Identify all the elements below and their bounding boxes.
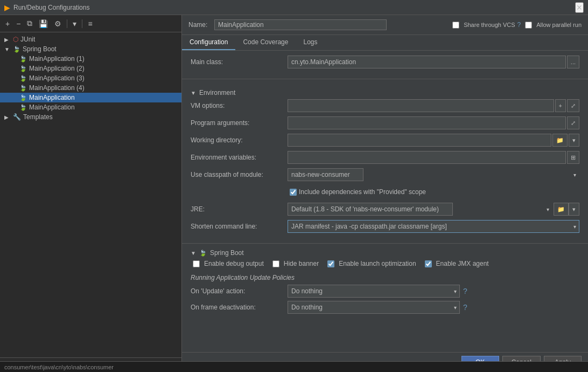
tab-code-coverage[interactable]: Code Coverage [235, 35, 296, 50]
working-dir-input[interactable] [288, 134, 551, 147]
frame-deactivation-select[interactable]: Do nothingUpdate resourcesUpdate classes… [288, 301, 460, 314]
tree-item-main1[interactable]: 🍃 MainApplication (1) [0, 54, 181, 64]
tabs: Configuration Code Coverage Logs [182, 35, 588, 51]
main-class-browse-button[interactable]: ... [567, 56, 579, 68]
tree-item-main2[interactable]: 🍃 MainApplication (2) [0, 64, 181, 73]
vm-options-add-button[interactable]: + [555, 99, 566, 112]
include-dep-checkbox[interactable] [290, 189, 297, 196]
hide-banner-label: Hide banner [284, 260, 319, 267]
program-args-input[interactable] [288, 116, 566, 129]
tab-logs[interactable]: Logs [296, 35, 325, 50]
program-args-expand-button[interactable]: ⤢ [567, 116, 579, 129]
name-label: Name: [188, 21, 210, 29]
frame-deactivation-help-icon[interactable]: ? [463, 303, 467, 312]
classpath-select[interactable]: nabs-new-consumer [288, 168, 363, 181]
enable-jmx-checkbox[interactable] [425, 260, 432, 267]
main1-label: MainApplication (1) [29, 55, 85, 63]
jre-dropdown-button[interactable]: ▾ [569, 203, 579, 216]
classpath-row: Use classpath of module: nabs-new-consum… [191, 168, 579, 182]
status-text: consumer\test\java\cn\yto\nabs\consumer [4, 364, 114, 370]
templates-arrow: ▶ [4, 114, 11, 120]
env-vars-input[interactable] [288, 151, 566, 164]
vm-options-input[interactable] [288, 99, 554, 112]
enable-debug-checkbox[interactable] [193, 260, 200, 267]
tree-item-templates[interactable]: ▶ 🔧 Templates [0, 112, 181, 122]
vm-options-group: + ⤢ [288, 99, 579, 112]
name-input[interactable] [214, 19, 387, 30]
environment-header[interactable]: ▼ Environment [191, 86, 579, 99]
main-unnamed-label: MainApplication [29, 104, 75, 111]
shorten-cmd-row: Shorten command line: JAR manifest - jav… [191, 219, 579, 233]
working-dir-dropdown-button[interactable]: ▾ [569, 134, 579, 147]
share-vcs-group: Share through VCS ? [452, 21, 521, 29]
frame-deactivation-select-wrapper: Do nothingUpdate resourcesUpdate classes… [288, 301, 460, 314]
vm-options-expand-button[interactable]: ⤢ [567, 99, 579, 112]
spring-boot-config-icon: 🍃 [199, 250, 207, 257]
main2-icon: 🍃 [19, 65, 27, 72]
tree-item-junit[interactable]: ▶ ⬡ JUnit [0, 35, 181, 44]
main4-label: MainApplication (4) [29, 84, 85, 92]
main-label: MainApplication [29, 94, 75, 101]
tree-item-main-unnamed[interactable]: 🍃 MainApplication [0, 102, 181, 112]
save-button[interactable]: 💾 [37, 18, 50, 29]
spring-boot-checkboxes: Enable debug output Hide banner Enable l… [191, 260, 579, 267]
hide-banner-checkbox[interactable] [272, 260, 279, 267]
settings-button[interactable]: ⚙ [52, 18, 64, 29]
add-button[interactable]: + [3, 18, 12, 29]
templates-label: Templates [23, 113, 53, 121]
tab-configuration[interactable]: Configuration [182, 35, 235, 50]
env-vars-browse-button[interactable]: ⊞ [567, 151, 579, 164]
status-bar: consumer\test\java\cn\yto\nabs\consumer [0, 361, 588, 372]
close-button[interactable]: ✕ [575, 2, 584, 13]
program-args-group: ⤢ [288, 116, 579, 129]
environment-arrow: ▼ [191, 90, 196, 96]
update-policies-title: Running Application Update Policies [191, 274, 579, 281]
jre-select-wrapper: Default (1.8 - SDK of 'nabs-new-consumer… [288, 203, 552, 216]
main3-icon: 🍃 [19, 75, 27, 82]
tree-area: ▶ ⬡ JUnit ▼ 🍃 Spring Boot 🍃 MainApplicat… [0, 32, 181, 357]
spring-boot-config-label: Spring Boot [210, 249, 244, 257]
working-dir-browse-button[interactable]: 📁 [552, 134, 568, 147]
working-dir-group: 📁 ▾ [288, 134, 579, 147]
main-unnamed-icon: 🍃 [19, 104, 27, 111]
name-options: Share through VCS ? Allow parallel run [452, 21, 582, 29]
update-action-label: On 'Update' action: [191, 287, 288, 295]
toolbar: + − ⧉ 💾 ⚙ ▾ ≡ [0, 15, 181, 32]
enable-jmx-label: Enable JMX agent [436, 260, 489, 267]
frame-deactivation-row: On frame deactivation: Do nothingUpdate … [191, 301, 579, 314]
jre-select[interactable]: Default (1.8 - SDK of 'nabs-new-consumer… [288, 203, 453, 216]
env-vars-label: Environment variables: [191, 154, 288, 161]
jre-browse-button[interactable]: 📁 [554, 203, 569, 216]
tree-item-main[interactable]: 🍃 MainApplication [0, 93, 181, 102]
shorten-cmd-select[interactable]: JAR manifest - java -cp classpath.jar cl… [288, 220, 579, 233]
update-action-select[interactable]: Do nothingUpdate resourcesUpdate classes… [288, 285, 460, 298]
main-class-input[interactable] [288, 56, 566, 68]
config-panel: Main class: ... ▼ Environment VM options… [182, 51, 588, 352]
update-action-row: On 'Update' action: Do nothingUpdate res… [191, 285, 579, 298]
copy-button[interactable]: ⧉ [25, 18, 34, 29]
sort-button[interactable]: ≡ [86, 18, 94, 29]
include-dep-row: Include dependencies with "Provided" sco… [191, 185, 579, 199]
include-dep-label: Include dependencies with "Provided" sco… [299, 188, 426, 196]
jre-label: JRE: [191, 205, 288, 213]
spring-boot-config-arrow: ▼ [191, 250, 196, 256]
left-panel: + − ⧉ 💾 ⚙ ▾ ≡ ▶ ⬡ JUnit ▼ 🍃 Spring Boot [0, 15, 182, 372]
update-action-help-icon[interactable]: ? [463, 287, 467, 295]
tree-item-spring-boot[interactable]: ▼ 🍃 Spring Boot [0, 44, 181, 54]
window-title: Run/Debug Configurations [13, 4, 575, 11]
share-vcs-checkbox[interactable] [452, 22, 459, 29]
spring-boot-config-section: ▼ 🍃 Spring Boot Enable debug output Hide… [182, 246, 588, 272]
main-content: + − ⧉ 💾 ⚙ ▾ ≡ ▶ ⬡ JUnit ▼ 🍃 Spring Boot [0, 15, 588, 372]
spring-boot-config-header[interactable]: ▼ 🍃 Spring Boot [191, 249, 579, 257]
allow-parallel-checkbox[interactable] [525, 22, 532, 29]
tree-item-main3[interactable]: 🍃 MainApplication (3) [0, 73, 181, 83]
enable-debug-label: Enable debug output [204, 260, 264, 267]
enable-launch-checkbox[interactable] [327, 260, 334, 267]
vm-options-row: VM options: + ⤢ [191, 99, 579, 113]
spring-boot-icon: 🍃 [13, 46, 20, 53]
tree-item-main4[interactable]: 🍃 MainApplication (4) [0, 83, 181, 93]
dropdown-button[interactable]: ▾ [71, 18, 79, 29]
classpath-select-wrapper: nabs-new-consumer [288, 168, 579, 181]
junit-label: JUnit [20, 36, 35, 43]
remove-button[interactable]: − [14, 18, 23, 29]
